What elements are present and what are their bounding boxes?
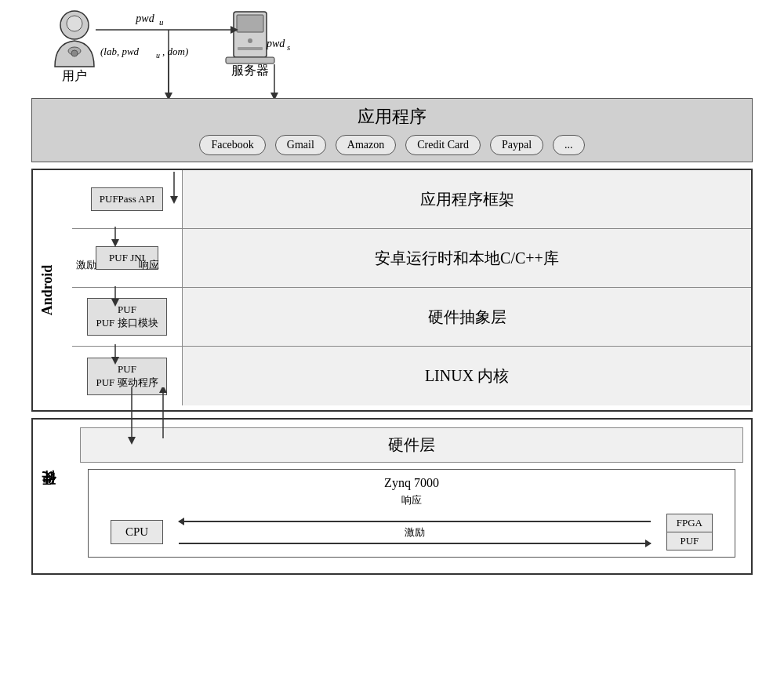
zynq-title: Zynq 7000 xyxy=(95,476,728,490)
app-btn-amazon: Amazon xyxy=(336,135,396,155)
android-label: Android xyxy=(39,265,56,316)
svg-marker-28 xyxy=(111,299,119,307)
app-btn-creditcard: Credit Card xyxy=(405,135,481,155)
svg-marker-34 xyxy=(170,196,178,204)
app-layer-title: 应用程序 xyxy=(44,105,740,129)
svg-point-7 xyxy=(248,38,252,43)
svg-rect-8 xyxy=(238,47,263,50)
cpu-box: CPU xyxy=(111,520,163,544)
android-arrows-svg: 激励 响应 xyxy=(72,170,699,413)
top-section: 用户 服务器 pwd u pwd s (lab xyxy=(31,8,753,98)
fpga-puf-box: FPGA PUF xyxy=(666,514,713,550)
svg-text:, dom): , dom) xyxy=(162,45,188,57)
app-btn-facebook: Facebook xyxy=(199,135,265,155)
zynq-components: CPU 激励 xyxy=(95,514,728,550)
top-arrows-svg: 用户 服务器 pwd u pwd s (lab xyxy=(31,8,753,98)
svg-rect-6 xyxy=(237,15,263,32)
svg-rect-9 xyxy=(226,57,274,64)
fpga-label: FPGA xyxy=(667,514,712,532)
cpu-fpga-arrows: 激励 xyxy=(163,521,666,544)
hardware-section: 硬件 硬件层 Zynq 7000 响应 CPU xyxy=(31,418,753,575)
svg-text:pwd: pwd xyxy=(266,38,285,49)
svg-text:响应: 响应 xyxy=(139,259,159,271)
app-btn-gmail: Gmail xyxy=(275,135,326,155)
response-arrow-row xyxy=(179,521,651,522)
svg-point-1 xyxy=(67,16,82,31)
zynq-box: Zynq 7000 响应 CPU 激励 xyxy=(88,469,735,558)
hardware-inner: 硬件层 Zynq 7000 响应 CPU xyxy=(72,420,751,565)
svg-marker-26 xyxy=(111,239,119,247)
svg-text:用户: 用户 xyxy=(62,69,87,82)
app-layer: 应用程序 Facebook Gmail Amazon Credit Card P… xyxy=(31,98,753,162)
svg-text:s: s xyxy=(287,42,290,52)
stimulus-arrow-head xyxy=(645,540,652,547)
svg-marker-16 xyxy=(165,93,172,98)
stimulus-label: 激励 xyxy=(405,525,425,540)
response-arrow-head xyxy=(178,518,184,525)
svg-marker-30 xyxy=(111,357,119,365)
svg-marker-36 xyxy=(128,437,136,445)
zynq-response: 响应 xyxy=(95,493,728,507)
diagram-container: 用户 服务器 pwd u pwd s (lab xyxy=(16,0,768,589)
svg-marker-20 xyxy=(270,93,278,98)
svg-point-3 xyxy=(71,50,78,56)
svg-text:服务器: 服务器 xyxy=(231,64,269,77)
app-btn-paypal: Paypal xyxy=(490,135,543,155)
android-section: Android 激励 响应 xyxy=(31,169,753,412)
app-buttons: Facebook Gmail Amazon Credit Card Paypal… xyxy=(44,135,740,155)
response-arrow-line xyxy=(179,521,651,522)
svg-text:u: u xyxy=(156,51,160,60)
app-btn-more: ... xyxy=(553,135,585,155)
svg-text:(lab, pwd: (lab, pwd xyxy=(100,45,140,57)
puf-label: PUF xyxy=(667,532,712,550)
stimulus-arrow-row xyxy=(179,543,651,544)
svg-text:激励: 激励 xyxy=(76,259,96,271)
svg-text:pwd: pwd xyxy=(135,13,154,24)
svg-text:u: u xyxy=(159,17,164,27)
stimulus-arrow-line xyxy=(179,543,651,544)
android-inner: 激励 响应 PUFPass API 应用程序框架 PUF JNI 安卓运行时和 xyxy=(72,170,751,405)
